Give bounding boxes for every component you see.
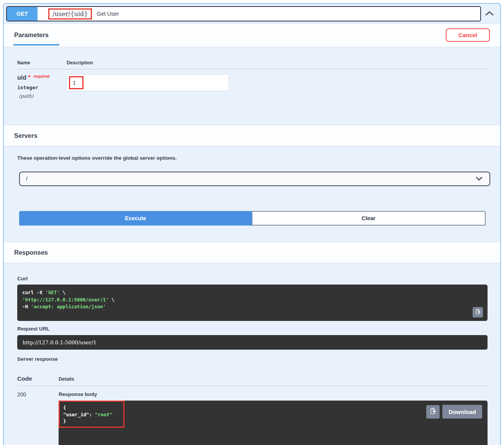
response-body-json: { "user_id": "root"} <box>63 404 488 425</box>
cancel-button[interactable]: Cancel <box>446 28 490 42</box>
execute-button[interactable]: Execute <box>19 211 252 226</box>
operation-summary[interactable]: GET /user/{uid} Get User <box>6 6 481 21</box>
table-divider <box>17 69 488 69</box>
curl-command-block: curl -X 'GET' \ 'http://127.0.0.1:5000/u… <box>17 285 488 321</box>
clipboard-copy-icon <box>475 309 481 316</box>
servers-note: These operation-level options override t… <box>17 155 490 161</box>
execute-row: Execute Clear <box>19 211 486 226</box>
request-url-block: http://127.0.0.1:5000/user/1 <box>17 335 488 350</box>
status-code: 200 <box>17 391 59 445</box>
required-asterisk: * <box>28 74 30 81</box>
server-response-label: Server response <box>17 356 488 362</box>
operation-block-get-user: GET /user/{uid} Get User Parameters Canc… <box>3 3 501 445</box>
copy-to-clipboard-button[interactable] <box>473 307 483 317</box>
column-header-description: Description <box>67 60 93 65</box>
curl-command-text: curl -X 'GET' \ 'http://127.0.0.1:5000/u… <box>22 289 488 311</box>
endpoint-path: /user/{uid} <box>52 10 88 18</box>
servers-title: Servers <box>14 132 38 139</box>
chevron-up-icon <box>485 11 494 17</box>
uid-value-input[interactable] <box>67 74 229 91</box>
parameter-row-uid: uid * required integer (path) <box>17 74 488 99</box>
responses-section-header: Responses <box>4 242 500 263</box>
server-select[interactable]: / <box>19 172 490 186</box>
column-header-details: Details <box>59 376 74 382</box>
responses-divider <box>17 386 488 386</box>
chevron-down-icon <box>476 175 483 182</box>
parameters-title: Parameters <box>14 31 49 39</box>
response-body-block: { "user_id": "root"} <box>59 401 488 445</box>
clear-button[interactable]: Clear <box>252 211 486 226</box>
active-tab-underline <box>13 44 59 46</box>
curl-label: Curl <box>17 276 488 281</box>
parameter-name: uid <box>17 74 26 81</box>
servers-section-header: Servers <box>4 125 500 146</box>
parameter-type: integer <box>17 85 67 90</box>
response-row-200: 200 Response body { "user_id": "root"} <box>17 391 488 445</box>
request-url-text: http://127.0.0.1:5000/user/1 <box>23 339 97 345</box>
responses-title: Responses <box>14 249 48 256</box>
collapse-button[interactable] <box>481 6 498 21</box>
http-method-badge: GET <box>7 7 38 21</box>
path-annotation-box: /user/{uid} <box>48 8 92 20</box>
copy-response-button[interactable] <box>426 405 440 419</box>
parameters-table: Name Description uid * required integer … <box>4 47 500 125</box>
parameter-location: (path) <box>19 93 67 99</box>
parameters-section-header: Parameters Cancel <box>4 23 500 47</box>
responses-section: Curl curl -X 'GET' \ 'http://127.0.0.1:5… <box>4 263 500 445</box>
endpoint-summary: Get User <box>97 11 119 17</box>
required-label: required <box>33 74 49 79</box>
tab-parameters[interactable]: Parameters <box>14 23 49 47</box>
server-select-value: / <box>26 176 28 182</box>
column-header-name: Name <box>17 60 67 65</box>
operation-summary-row: GET /user/{uid} Get User <box>6 6 498 21</box>
clipboard-copy-icon <box>429 407 437 416</box>
servers-section: These operation-level options override t… <box>4 146 500 211</box>
download-button[interactable]: Download <box>442 405 482 419</box>
response-body-label: Response body <box>59 391 488 397</box>
request-url-label: Request URL <box>17 326 488 332</box>
column-header-code: Code <box>17 375 59 382</box>
